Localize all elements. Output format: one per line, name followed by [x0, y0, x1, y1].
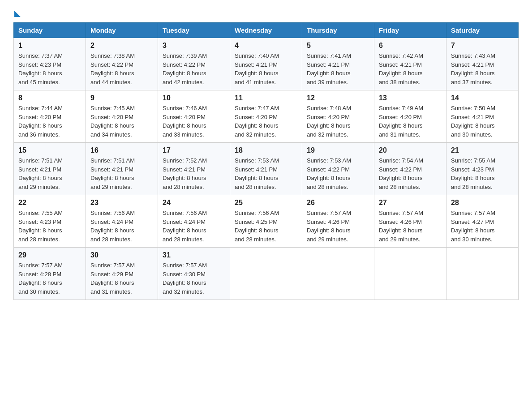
day-number: 4: [235, 42, 297, 50]
calendar-cell: 11Sunrise: 7:47 AMSunset: 4:20 PMDayligh…: [230, 90, 302, 143]
day-number: 10: [163, 94, 225, 102]
calendar-cell: 16Sunrise: 7:51 AMSunset: 4:21 PMDayligh…: [86, 143, 158, 195]
calendar-cell: 15Sunrise: 7:51 AMSunset: 4:21 PMDayligh…: [14, 143, 86, 195]
day-info: Sunrise: 7:43 AMSunset: 4:21 PMDaylight:…: [451, 51, 514, 86]
day-number: 28: [451, 199, 514, 207]
day-number: 17: [163, 146, 225, 154]
day-info: Sunrise: 7:56 AMSunset: 4:24 PMDaylight:…: [90, 209, 153, 244]
day-number: 22: [18, 199, 81, 207]
day-number: 16: [90, 146, 153, 154]
day-info: Sunrise: 7:41 AMSunset: 4:21 PMDaylight:…: [307, 51, 369, 86]
day-number: 5: [307, 42, 369, 50]
calendar-week-row: 15Sunrise: 7:51 AMSunset: 4:21 PMDayligh…: [14, 143, 519, 195]
day-number: 15: [18, 146, 81, 154]
calendar-cell: [374, 248, 446, 300]
logo-triangle-icon: [14, 11, 21, 17]
calendar-cell: 27Sunrise: 7:57 AMSunset: 4:26 PMDayligh…: [374, 195, 446, 248]
calendar-cell: 12Sunrise: 7:48 AMSunset: 4:20 PMDayligh…: [302, 90, 374, 143]
calendar-cell: 2Sunrise: 7:38 AMSunset: 4:22 PMDaylight…: [86, 38, 158, 90]
day-number: 1: [18, 42, 81, 50]
day-info: Sunrise: 7:56 AMSunset: 4:25 PMDaylight:…: [235, 209, 297, 244]
day-number: 11: [235, 94, 297, 102]
day-number: 26: [307, 199, 369, 207]
header-friday: Friday: [374, 23, 446, 38]
calendar-cell: 20Sunrise: 7:54 AMSunset: 4:22 PMDayligh…: [374, 143, 446, 195]
calendar-cell: 25Sunrise: 7:56 AMSunset: 4:25 PMDayligh…: [230, 195, 302, 248]
calendar-cell: 19Sunrise: 7:53 AMSunset: 4:22 PMDayligh…: [302, 143, 374, 195]
header-wednesday: Wednesday: [230, 23, 302, 38]
calendar-cell: 18Sunrise: 7:53 AMSunset: 4:21 PMDayligh…: [230, 143, 302, 195]
calendar-cell: [302, 248, 374, 300]
day-number: 23: [90, 199, 153, 207]
calendar-cell: 10Sunrise: 7:46 AMSunset: 4:20 PMDayligh…: [158, 90, 230, 143]
day-info: Sunrise: 7:40 AMSunset: 4:21 PMDaylight:…: [235, 51, 297, 86]
calendar-cell: 7Sunrise: 7:43 AMSunset: 4:21 PMDaylight…: [446, 38, 519, 90]
day-number: 6: [379, 42, 442, 50]
day-number: 21: [451, 146, 514, 154]
day-number: 12: [307, 94, 369, 102]
day-number: 24: [163, 199, 225, 207]
day-info: Sunrise: 7:52 AMSunset: 4:21 PMDaylight:…: [163, 156, 225, 191]
logo: [13, 9, 21, 15]
day-info: Sunrise: 7:51 AMSunset: 4:21 PMDaylight:…: [18, 156, 81, 191]
calendar-cell: 29Sunrise: 7:57 AMSunset: 4:28 PMDayligh…: [14, 248, 86, 300]
day-info: Sunrise: 7:42 AMSunset: 4:21 PMDaylight:…: [379, 51, 442, 86]
day-number: 27: [379, 199, 442, 207]
day-number: 13: [379, 94, 442, 102]
day-info: Sunrise: 7:55 AMSunset: 4:23 PMDaylight:…: [18, 209, 81, 244]
header-tuesday: Tuesday: [158, 23, 230, 38]
calendar-cell: 13Sunrise: 7:49 AMSunset: 4:20 PMDayligh…: [374, 90, 446, 143]
day-number: 14: [451, 94, 514, 102]
calendar-cell: [446, 248, 519, 300]
day-number: 3: [163, 42, 225, 50]
calendar-week-row: 22Sunrise: 7:55 AMSunset: 4:23 PMDayligh…: [14, 195, 519, 248]
day-info: Sunrise: 7:57 AMSunset: 4:29 PMDaylight:…: [90, 261, 153, 296]
day-info: Sunrise: 7:49 AMSunset: 4:20 PMDaylight:…: [379, 104, 442, 139]
day-info: Sunrise: 7:56 AMSunset: 4:24 PMDaylight:…: [163, 209, 225, 244]
calendar-cell: 1Sunrise: 7:37 AMSunset: 4:23 PMDaylight…: [14, 38, 86, 90]
calendar-cell: 5Sunrise: 7:41 AMSunset: 4:21 PMDaylight…: [302, 38, 374, 90]
day-info: Sunrise: 7:53 AMSunset: 4:21 PMDaylight:…: [235, 156, 297, 191]
day-number: 9: [90, 94, 153, 102]
calendar-cell: 30Sunrise: 7:57 AMSunset: 4:29 PMDayligh…: [86, 248, 158, 300]
header-monday: Monday: [86, 23, 158, 38]
calendar-cell: 14Sunrise: 7:50 AMSunset: 4:21 PMDayligh…: [446, 90, 519, 143]
day-info: Sunrise: 7:46 AMSunset: 4:20 PMDaylight:…: [163, 104, 225, 139]
day-info: Sunrise: 7:47 AMSunset: 4:20 PMDaylight:…: [235, 104, 297, 139]
header-saturday: Saturday: [446, 23, 519, 38]
day-info: Sunrise: 7:39 AMSunset: 4:22 PMDaylight:…: [163, 51, 225, 86]
header-sunday: Sunday: [14, 23, 86, 38]
day-info: Sunrise: 7:37 AMSunset: 4:23 PMDaylight:…: [18, 51, 81, 86]
day-number: 7: [451, 42, 514, 50]
calendar-header-row: SundayMondayTuesdayWednesdayThursdayFrid…: [14, 23, 519, 38]
calendar-cell: 26Sunrise: 7:57 AMSunset: 4:26 PMDayligh…: [302, 195, 374, 248]
calendar-table: SundayMondayTuesdayWednesdayThursdayFrid…: [13, 22, 519, 300]
day-info: Sunrise: 7:57 AMSunset: 4:27 PMDaylight:…: [451, 209, 514, 244]
day-info: Sunrise: 7:55 AMSunset: 4:23 PMDaylight:…: [451, 156, 514, 191]
calendar-cell: 23Sunrise: 7:56 AMSunset: 4:24 PMDayligh…: [86, 195, 158, 248]
day-number: 8: [18, 94, 81, 102]
calendar-cell: 6Sunrise: 7:42 AMSunset: 4:21 PMDaylight…: [374, 38, 446, 90]
day-number: 18: [235, 146, 297, 154]
calendar-cell: 4Sunrise: 7:40 AMSunset: 4:21 PMDaylight…: [230, 38, 302, 90]
day-info: Sunrise: 7:45 AMSunset: 4:20 PMDaylight:…: [90, 104, 153, 139]
day-info: Sunrise: 7:54 AMSunset: 4:22 PMDaylight:…: [379, 156, 442, 191]
calendar-week-row: 1Sunrise: 7:37 AMSunset: 4:23 PMDaylight…: [14, 38, 519, 90]
calendar-cell: [230, 248, 302, 300]
day-number: 19: [307, 146, 369, 154]
calendar-cell: 28Sunrise: 7:57 AMSunset: 4:27 PMDayligh…: [446, 195, 519, 248]
day-number: 25: [235, 199, 297, 207]
day-info: Sunrise: 7:51 AMSunset: 4:21 PMDaylight:…: [90, 156, 153, 191]
calendar-week-row: 8Sunrise: 7:44 AMSunset: 4:20 PMDaylight…: [14, 90, 519, 143]
calendar-cell: 9Sunrise: 7:45 AMSunset: 4:20 PMDaylight…: [86, 90, 158, 143]
calendar-cell: 3Sunrise: 7:39 AMSunset: 4:22 PMDaylight…: [158, 38, 230, 90]
calendar-cell: 21Sunrise: 7:55 AMSunset: 4:23 PMDayligh…: [446, 143, 519, 195]
day-info: Sunrise: 7:50 AMSunset: 4:21 PMDaylight:…: [451, 104, 514, 139]
header-thursday: Thursday: [302, 23, 374, 38]
calendar-week-row: 29Sunrise: 7:57 AMSunset: 4:28 PMDayligh…: [14, 248, 519, 300]
day-info: Sunrise: 7:57 AMSunset: 4:26 PMDaylight:…: [307, 209, 369, 244]
day-info: Sunrise: 7:38 AMSunset: 4:22 PMDaylight:…: [90, 51, 153, 86]
day-number: 31: [163, 251, 225, 259]
day-number: 2: [90, 42, 153, 50]
day-number: 30: [90, 251, 153, 259]
